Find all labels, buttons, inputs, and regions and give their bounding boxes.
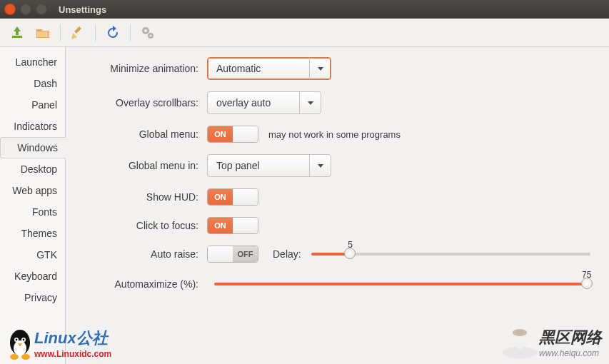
separator: [60, 24, 61, 41]
svg-point-11: [10, 354, 19, 360]
close-icon[interactable]: [4, 4, 16, 15]
sidebar-item-themes[interactable]: Themes: [0, 223, 65, 244]
sidebar-item-panel[interactable]: Panel: [0, 94, 65, 116]
delay-slider[interactable]: 5: [311, 253, 590, 256]
toggle-on: ON: [208, 189, 233, 205]
clickfocus-label: Click to focus:: [84, 220, 198, 231]
sidebar-item-fonts[interactable]: Fonts: [0, 201, 65, 223]
sidebar-item-dash[interactable]: Dash: [0, 73, 65, 94]
svg-point-4: [149, 34, 151, 36]
maximize-icon[interactable]: [36, 4, 47, 15]
chevron-down-icon: [309, 58, 331, 79]
sidebar: LauncherDashPanelIndicatorsWindowsDeskto…: [0, 47, 66, 364]
delay-label: Delay:: [273, 248, 301, 260]
svg-point-12: [21, 354, 30, 360]
separator: [95, 24, 96, 41]
globalmenu-toggle[interactable]: ON: [207, 126, 258, 143]
minimize-value: Automatic: [216, 63, 261, 74]
automax-label: Automaximize (%):: [84, 278, 198, 290]
minimize-label: Minimize animation:: [84, 63, 198, 74]
sidebar-item-launcher[interactable]: Launcher: [0, 51, 65, 73]
toolbar: [0, 19, 609, 47]
delay-value: 5: [348, 240, 353, 250]
globalmenuin-combo[interactable]: Top panel: [207, 154, 331, 177]
title-bar: Unsettings: [0, 0, 609, 19]
refresh-icon[interactable]: [103, 23, 123, 43]
svg-point-10: [23, 339, 25, 341]
import-icon[interactable]: [7, 23, 27, 43]
toggle-on: [208, 246, 233, 262]
sidebar-item-privacy[interactable]: Privacy: [0, 287, 65, 308]
sidebar-item-gtk[interactable]: GTK: [0, 244, 65, 266]
toggle-off: OFF: [233, 246, 258, 262]
watermark-left: Linux公社 www.Linuxidc.com: [6, 327, 111, 360]
toggle-on: ON: [208, 218, 233, 233]
globalmenu-label: Global menu:: [84, 128, 198, 140]
watermark-right: 黑区网络 www.heiqu.com: [500, 325, 602, 360]
broom-icon[interactable]: [68, 23, 88, 43]
chevron-down-icon: [299, 92, 321, 113]
svg-point-6: [14, 340, 26, 356]
sidebar-item-desktop[interactable]: Desktop: [0, 158, 65, 180]
window-title: Unsettings: [59, 4, 106, 15]
showhud-toggle[interactable]: ON: [207, 188, 258, 206]
globalmenu-hint: may not work in some programs: [268, 129, 401, 140]
svg-rect-0: [37, 31, 49, 37]
automax-value: 75: [582, 270, 591, 280]
svg-point-14: [513, 329, 527, 336]
globalmenuin-value: Top panel: [216, 160, 260, 171]
globalmenuin-label: Global menu in:: [84, 160, 198, 171]
sidebar-item-windows[interactable]: Windows: [0, 137, 66, 158]
showhud-label: Show HUD:: [84, 191, 198, 203]
sidebar-item-web-apps[interactable]: Web apps: [0, 180, 65, 201]
automax-slider[interactable]: 75: [214, 283, 590, 285]
overlay-value: overlay auto: [216, 97, 271, 108]
clickfocus-toggle[interactable]: ON: [207, 217, 258, 234]
overlay-label: Overlay scrollbars:: [84, 97, 198, 108]
overlay-combo[interactable]: overlay auto: [207, 91, 321, 114]
toggle-off: [233, 218, 258, 233]
chevron-down-icon: [309, 155, 331, 176]
svg-point-9: [16, 339, 18, 341]
minimize-combo[interactable]: Automatic: [207, 57, 331, 80]
sidebar-item-keyboard[interactable]: Keyboard: [0, 266, 65, 287]
toggle-on: ON: [208, 126, 233, 142]
gears-icon[interactable]: [138, 23, 158, 43]
minimize-icon[interactable]: [20, 4, 31, 15]
svg-point-2: [144, 29, 147, 32]
autoraise-toggle[interactable]: OFF: [207, 246, 258, 263]
toggle-off: [233, 126, 258, 142]
autoraise-label: Auto raise:: [84, 248, 198, 260]
content: Minimize animation: Automatic Overlay sc…: [66, 47, 609, 364]
sidebar-item-indicators[interactable]: Indicators: [0, 116, 65, 137]
separator: [130, 24, 131, 41]
folder-icon[interactable]: [33, 23, 53, 43]
toggle-off: [233, 189, 258, 205]
